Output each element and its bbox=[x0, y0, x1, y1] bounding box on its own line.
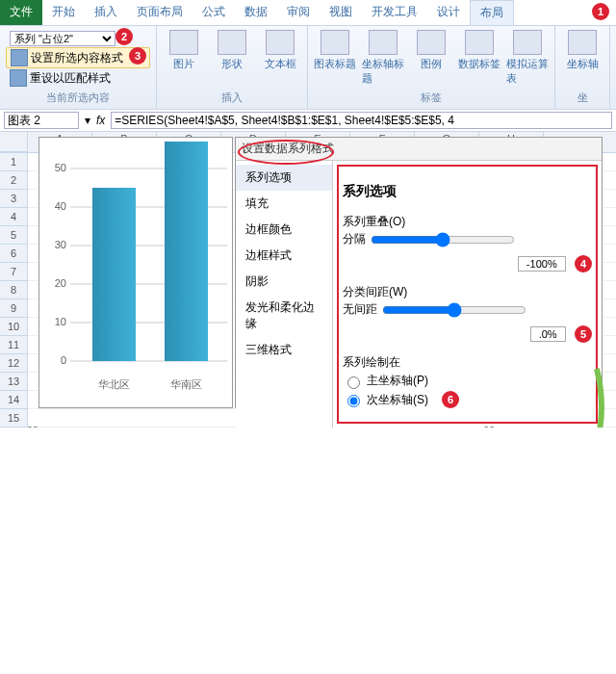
svg-text:0: 0 bbox=[61, 354, 66, 366]
svg-text:30: 30 bbox=[55, 239, 66, 250]
group-label-insert: 插入 bbox=[163, 89, 301, 105]
data-label-button[interactable]: 数据标签 bbox=[458, 30, 500, 71]
data-label-icon bbox=[465, 30, 494, 55]
insert-textbox-button[interactable]: 文本框 bbox=[259, 30, 301, 71]
formula-bar: ▾ fx bbox=[0, 110, 616, 132]
tab-dev[interactable]: 开发工具 bbox=[362, 0, 427, 25]
worksheet: A B C D E F G H 123456789101112131415 0 … bbox=[0, 132, 616, 428]
shape-icon bbox=[218, 30, 246, 55]
row-header[interactable]: 4 bbox=[0, 208, 28, 226]
row-header[interactable]: 10 bbox=[0, 318, 28, 336]
insert-shape-button[interactable]: 形状 bbox=[211, 30, 253, 71]
axis-title-icon bbox=[369, 30, 398, 55]
group-label-selection: 当前所选内容 bbox=[6, 89, 150, 105]
nav-border-style[interactable]: 边框样式 bbox=[236, 243, 332, 269]
svg-text:50: 50 bbox=[55, 162, 66, 173]
ribbon: 系列 "占位2" 设置所选内容格式 重设以匹配样式 当前所选内容 2 3 图片 … bbox=[0, 26, 616, 110]
gap-none-label: 无间距 bbox=[343, 302, 377, 316]
row-header[interactable]: 7 bbox=[0, 263, 28, 281]
formula-input[interactable] bbox=[111, 112, 612, 129]
format-icon bbox=[11, 49, 28, 66]
name-box[interactable] bbox=[4, 112, 79, 129]
row-header[interactable]: 1 bbox=[0, 153, 28, 171]
row-header[interactable]: 12 bbox=[0, 354, 28, 373]
svg-text:60: 60 bbox=[483, 425, 495, 428]
row-header[interactable]: 11 bbox=[0, 336, 28, 354]
reset-style-button[interactable]: 重设以匹配样式 bbox=[6, 68, 150, 88]
callout-3: 3 bbox=[129, 47, 146, 65]
tab-start[interactable]: 开始 bbox=[42, 0, 85, 25]
fx-icon[interactable]: fx bbox=[96, 114, 105, 127]
tab-data[interactable]: 数据 bbox=[235, 0, 277, 25]
overlap-value[interactable]: -100% bbox=[518, 256, 566, 272]
dialog-nav: 系列选项 填充 边框颜色 边框样式 阴影 发光和柔化边缘 三维格式 bbox=[236, 161, 333, 428]
textbox-icon bbox=[266, 30, 295, 55]
axis-title-button[interactable]: 坐标轴标题 bbox=[362, 30, 404, 86]
callout-6: 6 bbox=[442, 391, 459, 408]
row-header[interactable]: 13 bbox=[0, 373, 28, 391]
data-table-button[interactable]: 模拟运算表 bbox=[506, 30, 549, 86]
nav-shadow[interactable]: 阴影 bbox=[236, 269, 332, 295]
gap-label: 分类间距(W) bbox=[343, 285, 407, 298]
svg-text:华南区: 华南区 bbox=[170, 378, 202, 390]
tab-insert[interactable]: 插入 bbox=[85, 0, 127, 25]
row-header[interactable]: 9 bbox=[0, 299, 28, 318]
row-header[interactable]: 6 bbox=[0, 245, 28, 263]
overlap-label: 系列重叠(O) bbox=[343, 215, 405, 228]
tab-chartlayout[interactable]: 布局 bbox=[470, 0, 514, 25]
svg-text:20: 20 bbox=[55, 277, 66, 289]
row-header[interactable]: 8 bbox=[0, 281, 28, 299]
tab-review[interactable]: 审阅 bbox=[277, 0, 320, 25]
svg-text:华北区: 华北区 bbox=[98, 378, 130, 390]
axis-icon bbox=[568, 30, 597, 55]
overlap-slider[interactable] bbox=[371, 232, 515, 247]
reset-icon bbox=[10, 69, 27, 87]
picture-icon bbox=[169, 30, 198, 55]
gap-slider[interactable] bbox=[382, 302, 526, 318]
callout-5: 5 bbox=[575, 325, 592, 343]
insert-picture-button[interactable]: 图片 bbox=[163, 30, 205, 71]
legend-icon bbox=[417, 30, 446, 55]
nav-3d[interactable]: 三维格式 bbox=[236, 337, 332, 363]
group-label-labels: 标签 bbox=[314, 89, 549, 105]
secondary-axis-radio[interactable] bbox=[347, 395, 360, 407]
embedded-chart-1[interactable]: 0 10 20 30 40 50 华北区 华南区 bbox=[38, 137, 233, 408]
callout-2: 2 bbox=[116, 28, 133, 45]
tab-file[interactable]: 文件 bbox=[0, 0, 42, 25]
arrow-annotation bbox=[539, 359, 616, 428]
row-header[interactable]: 3 bbox=[0, 190, 28, 208]
svg-text:10: 10 bbox=[55, 316, 66, 327]
row-header[interactable]: 14 bbox=[0, 391, 28, 409]
overlap-sep-label: 分隔 bbox=[343, 232, 366, 246]
pane-title: 系列选项 bbox=[343, 182, 592, 200]
data-table-icon bbox=[513, 30, 542, 55]
tab-formula[interactable]: 公式 bbox=[192, 0, 235, 25]
group-label-axis: 坐 bbox=[561, 89, 603, 105]
row-header[interactable]: 2 bbox=[0, 171, 28, 190]
tab-design[interactable]: 设计 bbox=[427, 0, 470, 25]
dialog-title: 设置数据系列格式 bbox=[236, 138, 602, 160]
axis-button[interactable]: 坐标轴 bbox=[561, 30, 603, 71]
callout-4: 4 bbox=[575, 255, 592, 272]
callout-1: 1 bbox=[592, 3, 609, 20]
tab-view[interactable]: 视图 bbox=[320, 0, 362, 25]
tab-pagelayout[interactable]: 页面布局 bbox=[127, 0, 192, 25]
row-header[interactable]: 5 bbox=[0, 226, 28, 245]
primary-axis-radio[interactable] bbox=[347, 376, 360, 389]
nav-glow[interactable]: 发光和柔化边缘 bbox=[236, 295, 332, 337]
nav-series-options[interactable]: 系列选项 bbox=[236, 165, 332, 191]
chart-element-select[interactable]: 系列 "占位2" bbox=[10, 31, 116, 46]
svg-text:40: 40 bbox=[55, 200, 66, 212]
embedded-chart-2[interactable]: 20203030404050506060 占位1下半年完成上半年完成全年计划占位… bbox=[6, 421, 603, 428]
svg-text:60: 60 bbox=[27, 425, 38, 428]
svg-rect-13 bbox=[165, 142, 208, 361]
nav-border-color[interactable]: 边框颜色 bbox=[236, 217, 332, 243]
svg-rect-12 bbox=[92, 188, 136, 361]
plot-on-label: 系列绘制在 bbox=[343, 355, 400, 369]
legend-button[interactable]: 图例 bbox=[410, 30, 452, 71]
chart-title-button[interactable]: 图表标题 bbox=[314, 30, 356, 71]
dropdown-icon[interactable]: ▾ bbox=[85, 114, 90, 127]
nav-fill[interactable]: 填充 bbox=[236, 191, 332, 217]
gap-value[interactable]: .0% bbox=[530, 326, 566, 342]
select-all-cell[interactable] bbox=[0, 132, 28, 152]
